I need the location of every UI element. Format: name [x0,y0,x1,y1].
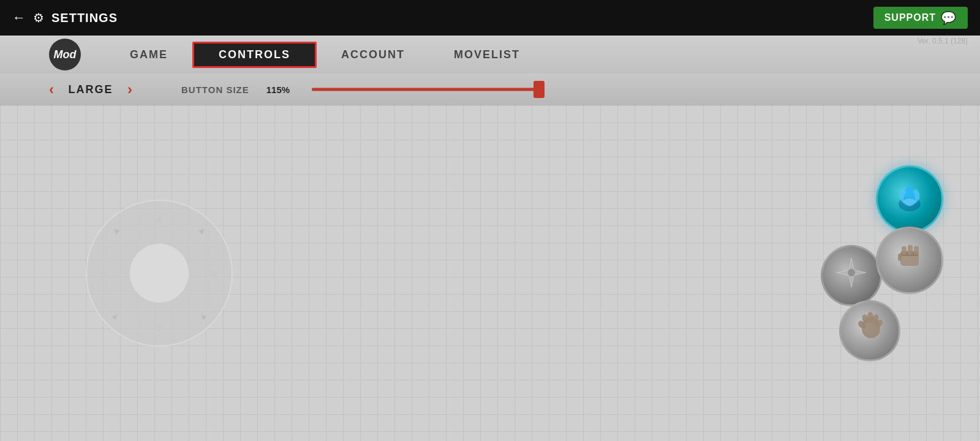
support-label: SUPPORT [884,12,936,23]
tab-account[interactable]: ACCOUNT [317,43,429,66]
svg-rect-5 [902,246,907,255]
fist-svg [892,240,927,276]
dpad-down: ▼ [153,320,166,336]
dpad-left: ◄ [97,265,110,281]
kick-svg [853,311,887,345]
support-icon: 💬 [941,10,957,25]
version-text: Ver. 0.5.1 (128) [918,37,968,45]
tab-game[interactable]: GAME [105,43,192,66]
shuriken-svg [835,257,867,288]
slider-thumb [533,81,545,98]
button-size-label: BUTTON SIZE [181,85,249,95]
fire-button[interactable] [876,165,943,233]
kick-button[interactable] [839,300,900,361]
svg-point-2 [848,269,855,276]
logo: Mod [49,39,81,70]
size-next-button[interactable]: › [127,81,132,98]
shuriken-icon [835,257,867,295]
action-buttons [821,165,943,361]
size-label: LARGE [66,83,115,96]
top-bar-left: ← ⚙ SETTINGS [12,10,118,26]
support-button[interactable]: SUPPORT 💬 [873,7,968,29]
controls-bar: ‹ LARGE › BUTTON SIZE 115% [0,74,980,105]
kick-icon [853,311,887,350]
slider-track [312,88,545,91]
punch-button[interactable] [876,227,943,294]
svg-rect-8 [898,254,902,261]
button-size-value: 115% [266,85,290,95]
svg-point-1 [903,198,916,206]
fire-icon [893,179,927,219]
dpad-center [129,243,190,304]
dpad-up: ▲ [153,211,166,227]
shuriken-button[interactable] [821,245,882,306]
svg-rect-7 [914,246,919,255]
punch-icon [892,240,927,281]
top-bar: ← ⚙ SETTINGS SUPPORT 💬 [0,0,980,36]
button-size-slider[interactable] [312,87,545,92]
main-area: ▲ ▼ ◄ ► ▲ ▲ ▲ ▲ [0,105,980,441]
svg-rect-6 [908,245,913,255]
size-prev-button[interactable]: ‹ [49,81,54,98]
gear-icon: ⚙ [33,10,44,25]
dpad[interactable]: ▲ ▼ ◄ ► ▲ ▲ ▲ ▲ [86,200,233,347]
tab-controls[interactable]: CONTROLS [192,42,317,68]
flame-svg [893,179,927,213]
dpad-right: ► [208,265,222,281]
nav-bar: Mod GAME CONTROLS ACCOUNT MOVELIST [0,36,980,74]
settings-label: SETTINGS [51,11,118,25]
back-button[interactable]: ← [12,10,26,26]
tab-movelist[interactable]: MOVELIST [429,43,545,66]
